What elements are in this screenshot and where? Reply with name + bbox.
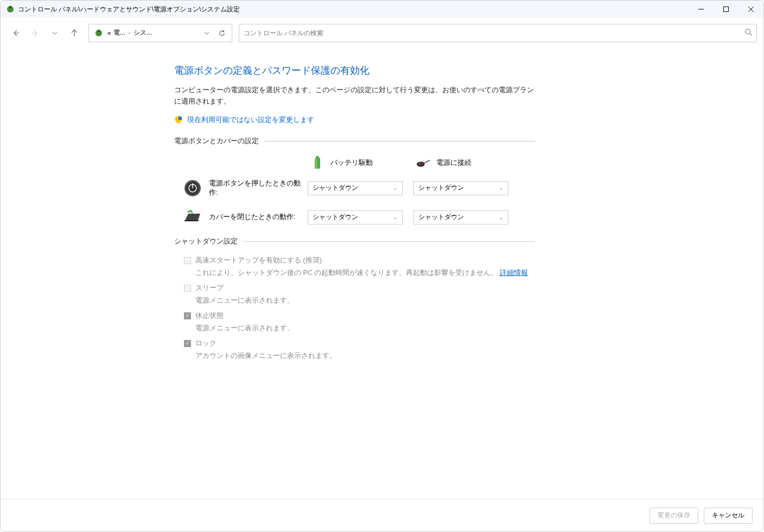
back-button[interactable] bbox=[7, 24, 24, 42]
lid-icon bbox=[183, 208, 202, 227]
column-label: バッテリ駆動 bbox=[330, 158, 373, 168]
shield-icon bbox=[174, 116, 183, 124]
address-icon bbox=[93, 28, 104, 39]
row-label: 電源ボタンを押したときの動作: bbox=[209, 179, 308, 197]
breadcrumb-prefix[interactable]: « bbox=[106, 29, 112, 37]
breadcrumb-item[interactable]: 電... bbox=[112, 28, 126, 37]
svg-line-12 bbox=[750, 33, 752, 35]
up-button[interactable] bbox=[66, 24, 83, 42]
divider bbox=[264, 141, 535, 142]
forward-button[interactable] bbox=[27, 24, 44, 42]
checkbox bbox=[184, 340, 191, 347]
app-icon bbox=[6, 5, 15, 14]
check-sleep: スリープ 電源メニューに表示されます。 bbox=[184, 284, 535, 306]
select-value: シャットダウン bbox=[313, 213, 358, 222]
select-power-button-plugged[interactable]: シャットダウン⌄ bbox=[413, 181, 508, 195]
window-title: コントロール パネル\ハードウェアとサウンド\電源オプション\システム設定 bbox=[18, 5, 240, 14]
power-button-icon bbox=[183, 178, 202, 198]
battery-icon bbox=[310, 156, 325, 171]
search-bar[interactable] bbox=[239, 24, 757, 42]
check-label: 高速スタートアップを有効にする (推奨) bbox=[195, 256, 322, 265]
column-battery: バッテリ駆動 bbox=[310, 156, 405, 171]
select-value: シャットダウン bbox=[418, 213, 464, 222]
checkbox bbox=[184, 257, 191, 264]
details-link[interactable]: 詳細情報 bbox=[500, 269, 528, 277]
chevron-down-icon: ⌄ bbox=[499, 215, 504, 220]
checkbox bbox=[184, 285, 191, 292]
svg-rect-10 bbox=[98, 30, 100, 32]
section-label: シャットダウン設定 bbox=[174, 237, 238, 246]
check-description: これにより、シャットダウン後の PC の起動時間が速くなります。再起動は影響を受… bbox=[184, 267, 535, 278]
svg-rect-14 bbox=[316, 156, 319, 158]
svg-rect-1 bbox=[9, 6, 11, 8]
check-fast-startup: 高速スタートアップを有効にする (推奨) これにより、シャットダウン後の PC … bbox=[184, 256, 535, 278]
row-label: カバーを閉じたときの動作: bbox=[209, 213, 308, 222]
check-description: 電源メニューに表示されます。 bbox=[184, 323, 535, 334]
maximize-button[interactable] bbox=[714, 1, 738, 18]
close-button[interactable] bbox=[738, 1, 763, 18]
refresh-button[interactable] bbox=[214, 25, 230, 41]
svg-rect-15 bbox=[315, 158, 317, 168]
footer: 変更の保存 キャンセル bbox=[1, 499, 763, 531]
recent-dropdown[interactable] bbox=[46, 24, 63, 42]
check-label: スリープ bbox=[195, 284, 224, 293]
svg-point-11 bbox=[746, 29, 750, 34]
select-power-button-battery[interactable]: シャットダウン⌄ bbox=[308, 181, 403, 195]
minimize-button[interactable] bbox=[689, 1, 714, 18]
check-description: アカウントの画像メニューに表示されます。 bbox=[184, 350, 535, 361]
check-label: 休止状態 bbox=[195, 311, 224, 321]
content-area: 電源ボタンの定義とパスワード保護の有効化 コンピューターの電源設定を選択できます… bbox=[1, 48, 763, 499]
change-unavailable-settings-link[interactable]: 現在利用可能ではない設定を変更します bbox=[187, 116, 314, 125]
select-value: シャットダウン bbox=[418, 183, 464, 193]
save-button: 変更の保存 bbox=[650, 508, 698, 524]
check-lock: ロック アカウントの画像メニューに表示されます。 bbox=[184, 339, 535, 361]
svg-point-17 bbox=[419, 163, 421, 165]
section-shutdown: シャットダウン設定 bbox=[174, 237, 535, 246]
address-dropdown[interactable] bbox=[199, 25, 214, 41]
row-lid: カバーを閉じたときの動作: シャットダウン⌄ シャットダウン⌄ bbox=[174, 208, 535, 227]
check-description: 電源メニューに表示されます。 bbox=[184, 295, 535, 306]
chevron-down-icon: ⌄ bbox=[393, 215, 398, 220]
plug-icon bbox=[416, 156, 431, 171]
titlebar: コントロール パネル\ハードウェアとサウンド\電源オプション\システム設定 bbox=[1, 1, 763, 18]
select-value: シャットダウン bbox=[313, 183, 358, 193]
check-label: ロック bbox=[195, 339, 217, 348]
address-bar[interactable]: « 電... › シス... bbox=[88, 24, 232, 42]
search-icon[interactable] bbox=[744, 28, 752, 38]
breadcrumb-item[interactable]: シス... bbox=[132, 28, 153, 37]
page-title: 電源ボタンの定義とパスワード保護の有効化 bbox=[174, 64, 535, 77]
select-lid-plugged[interactable]: シャットダウン⌄ bbox=[413, 210, 508, 225]
column-label: 電源に接続 bbox=[436, 158, 472, 168]
svg-rect-3 bbox=[724, 7, 729, 12]
checkbox bbox=[184, 312, 191, 319]
check-hibernate: 休止状態 電源メニューに表示されます。 bbox=[184, 311, 535, 334]
row-power-button: 電源ボタンを押したときの動作: シャットダウン⌄ シャットダウン⌄ bbox=[174, 178, 535, 198]
select-lid-battery[interactable]: シャットダウン⌄ bbox=[308, 210, 403, 225]
divider bbox=[243, 241, 535, 242]
chevron-down-icon: ⌄ bbox=[499, 185, 504, 191]
section-power-button: 電源ボタンとカバーの設定 bbox=[174, 137, 535, 146]
chevron-down-icon: ⌄ bbox=[393, 185, 398, 191]
svg-point-16 bbox=[417, 162, 425, 166]
page-description: コンピューターの電源設定を選択できます。このページの設定に対して行う変更は、お使… bbox=[174, 85, 535, 108]
cancel-button[interactable]: キャンセル bbox=[704, 508, 753, 524]
breadcrumb-sep: › bbox=[126, 30, 132, 36]
toolbar: « 電... › シス... bbox=[1, 18, 763, 48]
search-input[interactable] bbox=[244, 29, 744, 37]
uac-link-row: 現在利用可能ではない設定を変更します bbox=[174, 116, 535, 125]
column-plugged: 電源に接続 bbox=[416, 156, 511, 171]
section-label: 電源ボタンとカバーの設定 bbox=[174, 137, 259, 146]
